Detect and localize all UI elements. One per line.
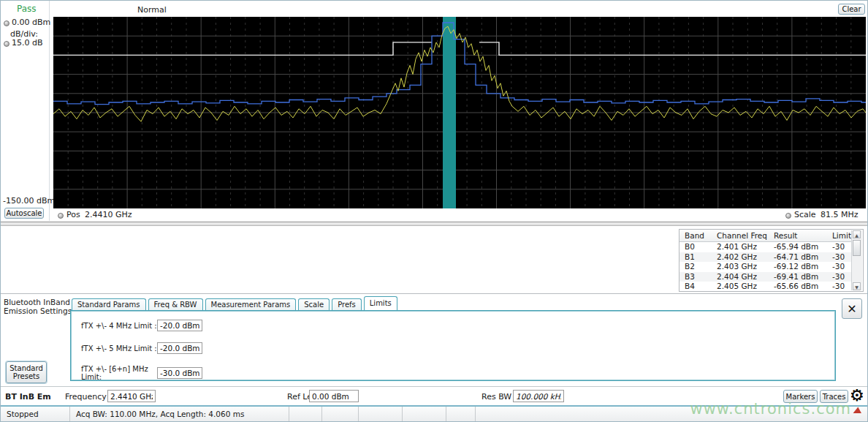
tab-prefs[interactable]: Prefs xyxy=(332,298,362,310)
table-cell: -64.71 dBm xyxy=(769,252,827,263)
tab-scale[interactable]: Scale xyxy=(298,298,330,310)
ref-lev-input[interactable] xyxy=(309,390,359,402)
limit-field-row: fTX +\- 4 MHz Limit : xyxy=(81,320,202,331)
close-icon: ✕ xyxy=(847,302,856,316)
bottom-level-readout: -150.00 dBm xyxy=(3,196,55,206)
db-per-div-knob-icon[interactable] xyxy=(4,41,9,47)
autoscale-button[interactable]: Autoscale xyxy=(4,208,44,219)
table-cell: 2.402 GHz xyxy=(712,252,769,263)
res-bw-input[interactable] xyxy=(513,390,564,402)
clear-button[interactable]: Clear xyxy=(838,4,865,15)
limit-field-label: fTX +\- 4 MHz Limit : xyxy=(81,322,157,330)
tab-measurement-params[interactable]: Measurement Params xyxy=(205,298,297,310)
table-row[interactable]: B42.405 GHz-65.66 dBm-30 xyxy=(679,282,852,292)
scroll-down-icon[interactable]: ▼ xyxy=(853,282,861,290)
spectrum-svg xyxy=(53,17,866,208)
status-empty-cell xyxy=(322,407,359,422)
table-cell: 2.404 GHz xyxy=(712,272,769,282)
table-row[interactable]: B22.403 GHz-69.12 dBm-30 xyxy=(679,262,852,272)
settings-gear-icon[interactable]: ⚙ xyxy=(850,388,864,404)
table-cell: -30 xyxy=(827,282,852,292)
status-empty-cell xyxy=(403,407,446,422)
table-header-cell: Limit xyxy=(827,230,852,241)
scale-label: Scale xyxy=(794,210,816,219)
ref-level-readout[interactable]: 0.00 dBm xyxy=(12,18,50,27)
close-settings-button[interactable]: ✕ xyxy=(842,298,862,319)
settings-tabs: Standard ParamsFreq & RBWMeasurement Par… xyxy=(72,298,400,310)
status-empty-cell xyxy=(359,407,403,422)
scroll-thumb[interactable] xyxy=(853,240,861,256)
table-header-cell: Result xyxy=(769,230,827,241)
frequency-label: Frequency xyxy=(65,392,107,402)
table-cell: B2 xyxy=(679,262,712,272)
table-cell: -69.41 dBm xyxy=(769,272,827,282)
limit-field-input[interactable] xyxy=(157,367,202,379)
table-cell: B0 xyxy=(679,242,712,252)
db-per-div-value[interactable]: 15.0 dB xyxy=(12,38,43,48)
horizontal-splitter[interactable] xyxy=(1,222,868,226)
frequency-input[interactable] xyxy=(107,390,156,402)
status-empty-cell xyxy=(289,407,322,422)
settings-panel-title: Bluetooth InBand Emission Settings xyxy=(4,298,72,315)
table-row[interactable]: B02.401 GHz-65.94 dBm-30 xyxy=(679,242,852,252)
limit-mask-white xyxy=(53,42,432,56)
results-table-rows: BandChannel FreqResultLimitB02.401 GHz-6… xyxy=(679,230,852,291)
res-bw-label: Res BW xyxy=(481,392,511,402)
table-cell: 2.401 GHz xyxy=(712,242,769,252)
table-row[interactable]: B12.402 GHz-64.71 dBm-30 xyxy=(679,252,852,263)
limit-field-input[interactable] xyxy=(157,342,202,354)
limit-field-label: fTX +\- 5 MHz Limit : xyxy=(81,344,157,353)
scale-value[interactable]: 81.5 MHz xyxy=(821,210,859,219)
limit-field-input[interactable] xyxy=(157,320,202,331)
tab-freq-rbw[interactable]: Freq & RBW xyxy=(148,298,203,310)
scroll-up-icon[interactable]: ▲ xyxy=(853,230,861,238)
table-cell: -30 xyxy=(827,272,852,282)
table-cell: -65.94 dBm xyxy=(769,242,827,252)
pos-value[interactable]: 2.4410 GHz xyxy=(85,210,132,219)
limit-field-label: fTX +\- [6+n] MHz Limit: xyxy=(81,365,157,381)
settings-panel: Bluetooth InBand Emission Settings Stand… xyxy=(1,293,868,386)
measurement-mode-label: BT InB Em xyxy=(5,392,51,402)
table-header-cell: Band xyxy=(679,230,712,241)
table-row[interactable]: B32.404 GHz-69.41 dBm-30 xyxy=(679,272,852,282)
standard-presets-button[interactable]: Standard Presets xyxy=(6,361,47,383)
limits-tab-content: fTX +\- 4 MHz Limit :fTX +\- 5 MHz Limit… xyxy=(70,310,836,381)
table-cell: -30 xyxy=(827,262,852,272)
status-acq-cell: Acq BW: 110.00 MHz, Acq Length: 4.060 ms xyxy=(70,407,289,422)
control-bar: BT InB Em Frequency Ref Lev Res BW Marke… xyxy=(1,386,868,406)
channel-marker-band xyxy=(443,17,456,208)
limit-mask-white xyxy=(479,42,866,56)
table-cell: B4 xyxy=(679,282,712,292)
table-cell: 2.403 GHz xyxy=(712,262,769,272)
table-cell: -30 xyxy=(827,252,852,263)
spectrum-chart-area[interactable] xyxy=(53,17,866,208)
status-empty-cell xyxy=(476,407,868,422)
pos-knob-icon[interactable] xyxy=(58,213,64,219)
table-header-row: BandChannel FreqResultLimit xyxy=(679,230,852,242)
app-window: Pass Normal Clear 0.00 dBm dB/div: 15.0 … xyxy=(0,0,868,422)
table-cell: 2.405 GHz xyxy=(712,282,769,292)
table-cell: B3 xyxy=(679,272,712,282)
results-table: BandChannel FreqResultLimitB02.401 GHz-6… xyxy=(679,229,864,292)
trace-mode-label: Normal xyxy=(137,5,167,15)
traces-button[interactable]: Traces xyxy=(820,390,848,403)
scale-knob-icon[interactable] xyxy=(785,213,791,219)
table-cell: -65.66 dBm xyxy=(769,282,827,292)
table-cell: -69.12 dBm xyxy=(769,262,827,272)
tab-limits[interactable]: Limits xyxy=(364,296,397,310)
limit-field-row: fTX +\- [6+n] MHz Limit: xyxy=(81,365,202,381)
table-cell: -30 xyxy=(827,242,852,252)
status-state-cell: Stopped xyxy=(1,407,70,422)
max-trace-blue xyxy=(53,23,866,105)
table-scrollbar[interactable]: ▲ ▼ xyxy=(851,230,862,290)
ref-level-knob-icon[interactable] xyxy=(4,20,9,26)
table-cell: B1 xyxy=(679,252,712,263)
table-header-cell: Channel Freq xyxy=(712,230,769,241)
status-empty-cell xyxy=(446,407,476,422)
tab-standard-params[interactable]: Standard Params xyxy=(72,298,146,310)
markers-button[interactable]: Markers xyxy=(783,390,818,403)
limit-field-row: fTX +\- 5 MHz Limit : xyxy=(81,342,202,354)
pos-label: Pos xyxy=(66,210,80,219)
status-bar: StoppedAcq BW: 110.00 MHz, Acq Length: 4… xyxy=(1,405,868,422)
